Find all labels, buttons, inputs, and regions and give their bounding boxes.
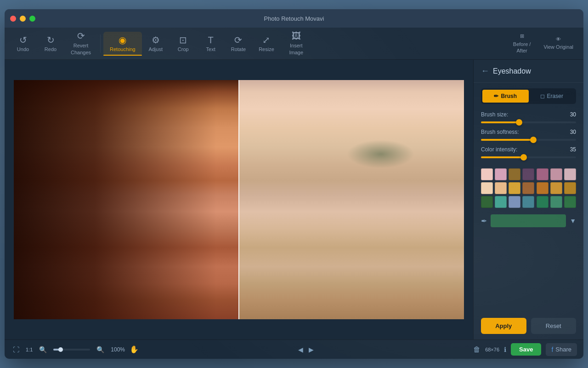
resize-label: Resize	[259, 46, 274, 52]
toolbar-left: ↺ Undo ↻ Redo ⟳ RevertChanges ◉ Retouchi…	[9, 28, 312, 59]
prev-button[interactable]: ◀	[298, 346, 303, 353]
redo-label: Redo	[45, 46, 57, 52]
retouching-button[interactable]: ◉ Retouching	[103, 32, 142, 56]
revert-icon: ⟳	[77, 31, 85, 40]
selected-color-box[interactable]	[491, 214, 566, 227]
view-original-label: View Original	[543, 44, 573, 50]
reset-button[interactable]: Reset	[531, 318, 577, 334]
color-swatch-21[interactable]	[564, 196, 576, 208]
brush-icon: ✏	[494, 93, 498, 99]
crop-button[interactable]: ⊡ Crop	[170, 32, 197, 56]
bottom-bar: ⛶ 1:1 🔍 🔍 100% ✋ ◀ ▶ 🗑 68×76 ℹ Save f Sh…	[5, 339, 583, 359]
hand-tool-button[interactable]: ✋	[130, 345, 139, 354]
color-dropdown-arrow[interactable]: ▼	[570, 217, 576, 224]
undo-label: Undo	[17, 46, 29, 52]
zoom-out-button[interactable]: 🔍	[37, 344, 49, 355]
save-button[interactable]: Save	[511, 343, 541, 356]
color-swatch-6[interactable]	[550, 168, 562, 180]
color-swatch-16[interactable]	[495, 196, 507, 208]
info-button[interactable]: ℹ	[504, 346, 506, 353]
undo-button[interactable]: ↺ Undo	[9, 32, 37, 56]
insert-image-button[interactable]: 🖼 InsertImage	[281, 28, 312, 59]
text-label: Text	[206, 46, 215, 52]
brush-size-track[interactable]	[481, 121, 576, 123]
eraser-toggle-button[interactable]: ◻ Eraser	[529, 90, 575, 103]
eyedropper-button[interactable]: ✒	[481, 217, 487, 225]
color-swatch-1[interactable]	[481, 168, 493, 180]
color-swatch-10[interactable]	[509, 182, 520, 194]
delete-button[interactable]: 🗑	[473, 345, 481, 354]
close-button[interactable]	[10, 16, 16, 22]
brush-size-thumb[interactable]	[516, 119, 522, 126]
text-button[interactable]: T Text	[197, 32, 225, 56]
apply-button[interactable]: Apply	[481, 318, 526, 334]
before-photo	[14, 80, 239, 319]
minimize-button[interactable]	[20, 16, 26, 22]
zoom-slider[interactable]	[53, 349, 90, 351]
color-intensity-track[interactable]	[481, 156, 576, 158]
retouching-icon: ◉	[119, 35, 126, 45]
before-after-icon: ⊞	[520, 33, 524, 39]
canvas-area[interactable]	[5, 60, 473, 339]
window-title: Photo Retouch Movavi	[264, 15, 324, 22]
app-window: Photo Retouch Movavi ↺ Undo ↻ Redo ⟳ Rev…	[5, 9, 583, 359]
brush-softness-track[interactable]	[481, 139, 576, 141]
redo-button[interactable]: ↻ Redo	[37, 32, 64, 56]
color-swatch-5[interactable]	[537, 168, 548, 180]
undo-icon: ↺	[19, 35, 27, 45]
zoom-in-button[interactable]: 🔍	[95, 344, 106, 355]
color-swatch-9[interactable]	[495, 182, 507, 194]
zoom-thumb[interactable]	[58, 347, 63, 352]
fullscreen-button[interactable]: ⛶	[11, 344, 21, 355]
rotate-icon: ⟳	[234, 35, 242, 45]
view-original-button[interactable]: 👁 View Original	[538, 34, 579, 53]
color-swatch-20[interactable]	[550, 196, 562, 208]
back-button[interactable]: ←	[481, 66, 489, 76]
color-intensity-section: Color intensity: 35	[474, 144, 583, 160]
title-bar: Photo Retouch Movavi	[5, 9, 583, 28]
color-intensity-label-row: Color intensity: 35	[481, 146, 576, 153]
adjust-button[interactable]: ⚙ Adjust	[142, 32, 170, 56]
color-swatch-11[interactable]	[522, 182, 534, 194]
next-button[interactable]: ▶	[309, 346, 314, 353]
color-swatch-18[interactable]	[522, 196, 534, 208]
zoom-percent: 100%	[111, 346, 125, 353]
color-swatch-12[interactable]	[537, 182, 548, 194]
color-intensity-thumb[interactable]	[520, 154, 527, 161]
color-swatch-14[interactable]	[564, 182, 576, 194]
before-after-button[interactable]: ⊞ Before /After	[508, 30, 537, 57]
toolbar: ↺ Undo ↻ Redo ⟳ RevertChanges ◉ Retouchi…	[5, 28, 583, 60]
brush-softness-label-row: Brush softness: 30	[481, 129, 576, 135]
brush-softness-thumb[interactable]	[530, 137, 537, 143]
eraser-icon: ◻	[540, 93, 545, 99]
maximize-button[interactable]	[29, 16, 35, 22]
crop-label: Crop	[178, 46, 189, 52]
color-swatch-15[interactable]	[481, 196, 493, 208]
split-divider	[238, 80, 239, 319]
color-swatch-8[interactable]	[481, 182, 493, 194]
tool-toggle: ✏ Brush ◻ Eraser	[481, 88, 576, 104]
text-icon: T	[208, 35, 214, 45]
brush-toggle-button[interactable]: ✏ Brush	[482, 90, 529, 103]
color-intensity-value: 35	[570, 146, 576, 153]
facebook-icon: f	[551, 346, 553, 353]
share-button[interactable]: f Share	[546, 343, 577, 356]
rotate-button[interactable]: ⟳ Rotate	[225, 32, 252, 56]
panel-header: ← Eyeshadow	[474, 60, 583, 83]
resize-button[interactable]: ⤢ Resize	[252, 32, 281, 56]
action-buttons: Apply Reset	[474, 312, 583, 339]
color-swatch-17[interactable]	[509, 196, 520, 208]
color-swatch-7[interactable]	[564, 168, 576, 180]
color-swatch-19[interactable]	[537, 196, 548, 208]
revert-button[interactable]: ⟳ RevertChanges	[64, 28, 97, 59]
color-swatch-3[interactable]	[509, 168, 520, 180]
side-panel: ← Eyeshadow ✏ Brush ◻ Eraser Brush size:…	[473, 60, 583, 339]
photo-container	[14, 80, 464, 319]
color-swatch-4[interactable]	[522, 168, 534, 180]
window-controls	[10, 16, 35, 22]
panel-title: Eyeshadow	[493, 67, 531, 75]
main-content: ← Eyeshadow ✏ Brush ◻ Eraser Brush size:…	[5, 60, 583, 339]
insert-image-label: InsertImage	[289, 42, 303, 56]
color-swatch-13[interactable]	[550, 182, 562, 194]
color-swatch-2[interactable]	[495, 168, 507, 180]
